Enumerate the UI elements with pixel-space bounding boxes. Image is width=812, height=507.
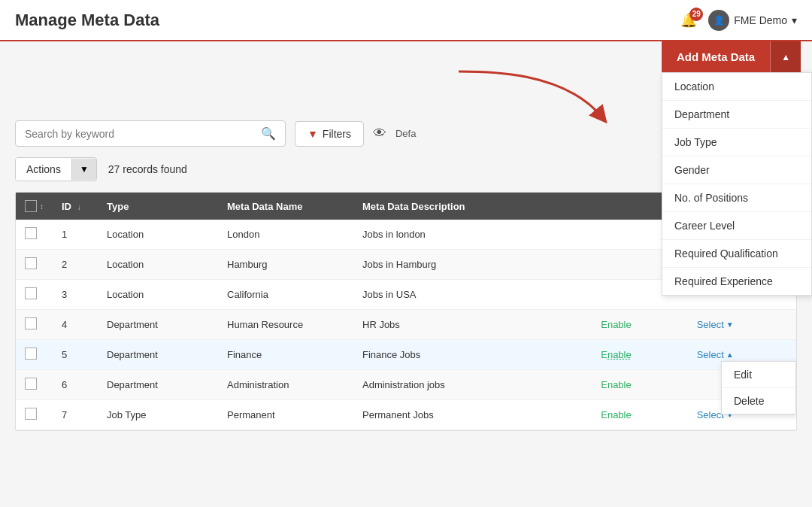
delete-option[interactable]: Delete: [722, 388, 795, 414]
dropdown-item-qualification[interactable]: Required Qualification: [662, 240, 811, 268]
eye-icon-button[interactable]: 👁: [373, 126, 386, 141]
select-all-checkbox[interactable]: [25, 200, 37, 212]
filter-label: Filters: [323, 128, 351, 140]
content-area: Add Meta Data ▲ Location Department Job …: [0, 41, 812, 442]
row-1-checkbox[interactable]: [25, 227, 37, 239]
actions-dropdown: Actions ▼: [15, 157, 97, 181]
search-box: 🔍: [15, 120, 286, 147]
bell-icon[interactable]: 🔔 29: [680, 12, 697, 29]
row-7-check: [16, 400, 53, 430]
row-4-check: [16, 310, 53, 340]
row-3-type: Location: [98, 280, 218, 310]
add-meta-toggle-button[interactable]: ▲: [771, 41, 801, 72]
edit-option[interactable]: Edit: [722, 362, 795, 388]
row-7-status: Enable: [592, 400, 687, 430]
row-2-checkbox[interactable]: [25, 257, 37, 269]
row-5-id: 5: [53, 340, 98, 370]
row-4-select[interactable]: Select ▼: [688, 310, 796, 340]
search-input[interactable]: [25, 128, 261, 140]
row-4-id: 4: [53, 310, 98, 340]
dropdown-item-career-level[interactable]: Career Level: [662, 212, 811, 240]
row-5-select[interactable]: Select ▲ Edit Delete: [688, 340, 796, 370]
row-5-desc: Finance Jobs: [353, 340, 592, 370]
row-2-name: Hamburg: [218, 250, 353, 280]
row-3-desc: Jobs in USA: [353, 280, 592, 310]
select-button-row-5[interactable]: Select ▲: [697, 349, 787, 360]
page-header: Manage Meta Data 🔔 29 👤 FME Demo ▾: [0, 0, 812, 41]
row-2-id: 2: [53, 250, 98, 280]
default-label: Defa: [395, 128, 416, 139]
row-4-status: Enable: [592, 310, 687, 340]
row-4-name: Human Resource: [218, 310, 353, 340]
header-name: Meta Data Name: [218, 193, 353, 220]
id-sort-icon[interactable]: ↓: [77, 203, 81, 211]
row-7-checkbox[interactable]: [25, 408, 37, 420]
table-row: 6 Department Administration Administrati…: [16, 370, 796, 400]
row-3-check: [16, 280, 53, 310]
dropdown-item-positions[interactable]: No. of Positions: [662, 184, 811, 212]
dropdown-item-location[interactable]: Location: [662, 73, 811, 101]
row-1-check: [16, 220, 53, 250]
header-type: Type: [98, 193, 218, 220]
row-6-desc: Administration jobs: [353, 370, 592, 400]
row-6-id: 6: [53, 370, 98, 400]
row-1-desc: Jobs in london: [353, 220, 592, 250]
row-5-status: Enable: [592, 340, 687, 370]
user-info[interactable]: 👤 FME Demo ▾: [708, 10, 797, 31]
header-checkbox-col: ↕: [16, 193, 53, 220]
row-2-check: [16, 250, 53, 280]
row-5-name: Finance: [218, 340, 353, 370]
row-6-status: Enable: [592, 370, 687, 400]
notification-badge: 29: [689, 8, 703, 21]
row-6-check: [16, 370, 53, 400]
row-7-type: Job Type: [98, 400, 218, 430]
row-6-checkbox[interactable]: [25, 378, 37, 390]
row-7-desc: Permanent Jobs: [353, 400, 592, 430]
table-row: 5 Department Finance Finance Jobs Enable…: [16, 340, 796, 370]
row-5-check: [16, 340, 53, 370]
row-1-name: London: [218, 220, 353, 250]
dropdown-item-job-type[interactable]: Job Type: [662, 129, 811, 156]
add-meta-area: Add Meta Data ▲ Location Department Job …: [662, 41, 812, 296]
records-count: 27 records found: [108, 163, 187, 175]
add-meta-button-group: Add Meta Data ▲: [662, 41, 812, 72]
table-row: 4 Department Human Resource HR Jobs Enab…: [16, 310, 796, 340]
chevron-down-icon: ▾: [792, 14, 797, 26]
row-4-checkbox[interactable]: [25, 317, 37, 329]
row-5-type: Department: [98, 340, 218, 370]
row-6-type: Department: [98, 370, 218, 400]
row-7-name: Permanent: [218, 400, 353, 430]
actions-caret[interactable]: ▼: [71, 159, 96, 180]
add-meta-button[interactable]: Add Meta Data: [662, 41, 771, 72]
add-meta-dropdown: Location Department Job Type Gender No. …: [662, 72, 812, 296]
header-right: 🔔 29 👤 FME Demo ▾: [680, 10, 797, 31]
row-5-checkbox[interactable]: [25, 348, 37, 360]
avatar: 👤: [708, 10, 729, 31]
row-4-type: Department: [98, 310, 218, 340]
row-6-name: Administration: [218, 370, 353, 400]
select-button-row-4[interactable]: Select ▼: [697, 319, 787, 330]
filter-button[interactable]: ▼ Filters: [295, 121, 364, 147]
row-3-name: California: [218, 280, 353, 310]
row-3-id: 3: [53, 280, 98, 310]
row-7-id: 7: [53, 400, 98, 430]
select-caret-row-4: ▼: [726, 320, 734, 329]
row-4-desc: HR Jobs: [353, 310, 592, 340]
search-icon-button[interactable]: 🔍: [261, 126, 276, 141]
user-name: FME Demo: [734, 14, 787, 26]
dropdown-item-department[interactable]: Department: [662, 101, 811, 129]
select-caret-row-5: ▲: [726, 351, 734, 359]
row-1-id: 1: [53, 220, 98, 250]
select-dropdown-row-5: Edit Delete: [721, 361, 796, 414]
filter-icon: ▼: [308, 128, 318, 140]
dropdown-item-gender[interactable]: Gender: [662, 156, 811, 184]
table-row: 7 Job Type Permanent Permanent Jobs Enab…: [16, 400, 796, 430]
row-2-desc: Jobs in Hamburg: [353, 250, 592, 280]
dropdown-item-experience[interactable]: Required Experience: [662, 268, 811, 295]
header-id: ID ↓: [53, 193, 98, 220]
row-1-type: Location: [98, 220, 218, 250]
row-3-checkbox[interactable]: [25, 287, 37, 299]
header-description: Meta Data Description: [353, 193, 592, 220]
main-content: Add Meta Data ▲ Location Department Job …: [0, 41, 812, 442]
sort-icon: ↕: [40, 202, 44, 211]
